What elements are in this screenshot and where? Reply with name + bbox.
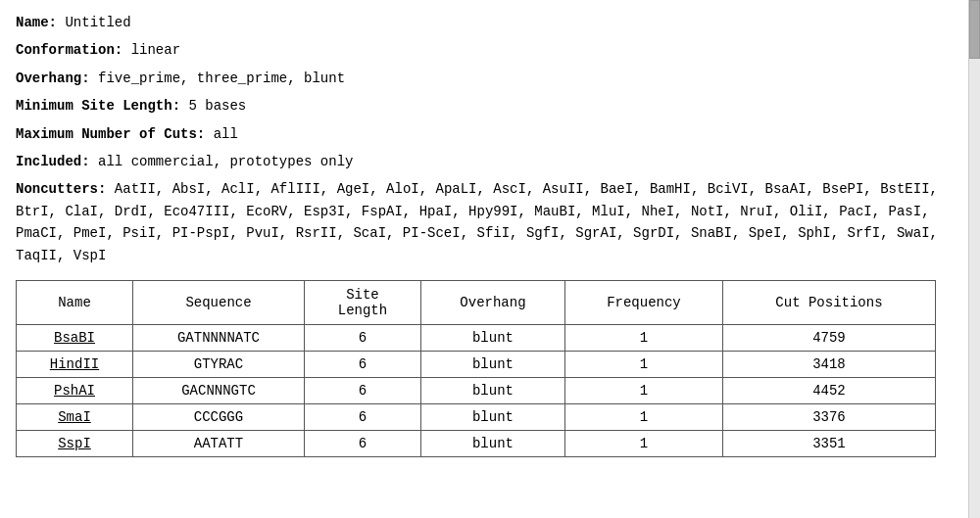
cell-site-length: 6 xyxy=(304,324,420,351)
cell-sequence: GTYRAC xyxy=(133,351,305,377)
max-cuts-label: Maximum Number of Cuts: xyxy=(16,126,205,142)
cell-name[interactable]: BsaBI xyxy=(17,324,133,351)
cell-name[interactable]: SmaI xyxy=(17,403,133,430)
col-header-sequence: Sequence xyxy=(133,280,305,324)
cell-cut-positions: 3376 xyxy=(722,403,935,430)
table-row: PshAIGACNNNGTC6blunt14452 xyxy=(17,377,936,403)
results-table: Name Sequence Site Length Overhang Frequ… xyxy=(16,280,936,457)
cell-name[interactable]: SspI xyxy=(17,430,133,456)
scrollbar-thumb[interactable] xyxy=(969,0,980,59)
conformation-label: Conformation: xyxy=(16,42,122,58)
cell-frequency: 1 xyxy=(564,403,722,430)
noncutters-label: Noncutters: xyxy=(16,181,106,197)
cell-site-length: 6 xyxy=(304,351,420,377)
col-header-site-length: Site Length xyxy=(304,280,420,324)
cell-cut-positions: 3418 xyxy=(722,351,935,377)
cell-site-length: 6 xyxy=(304,403,420,430)
col-header-frequency: Frequency xyxy=(564,280,722,324)
table-row: HindIIGTYRAC6blunt13418 xyxy=(17,351,936,377)
included-label: Included: xyxy=(16,154,90,169)
cell-sequence: AATATT xyxy=(133,430,305,456)
name-label: Name: xyxy=(16,15,57,30)
cell-frequency: 1 xyxy=(564,324,722,351)
table-row: SmaICCCGGG6blunt13376 xyxy=(17,403,936,430)
cell-sequence: CCCGGG xyxy=(133,403,305,430)
overhang-field: Overhang: five_prime, three_prime, blunt xyxy=(16,68,964,89)
cell-sequence: GATNNNNATC xyxy=(133,324,305,351)
conformation-value: linear xyxy=(131,42,180,58)
col-header-cut-positions: Cut Positions xyxy=(722,280,935,324)
scrollbar[interactable] xyxy=(968,0,980,518)
table-row: SspIAATATT6blunt13351 xyxy=(17,430,936,456)
noncutters-field: Noncutters: AatII, AbsI, AclI, AflIII, A… xyxy=(16,178,964,266)
max-cuts-field: Maximum Number of Cuts: all xyxy=(16,123,964,145)
min-site-label: Minimum Site Length: xyxy=(16,98,180,114)
cell-overhang: blunt xyxy=(420,430,564,456)
included-field: Included: all commercial, prototypes onl… xyxy=(16,151,964,172)
cell-overhang: blunt xyxy=(420,351,564,377)
cell-cut-positions: 3351 xyxy=(722,430,935,456)
col-header-overhang: Overhang xyxy=(420,280,564,324)
included-value: all commercial, prototypes only xyxy=(98,154,353,169)
name-value: Untitled xyxy=(65,15,130,30)
cell-site-length: 6 xyxy=(304,377,420,403)
conformation-field: Conformation: linear xyxy=(16,39,964,61)
min-site-field: Minimum Site Length: 5 bases xyxy=(16,95,964,117)
table-header-row: Name Sequence Site Length Overhang Frequ… xyxy=(17,280,936,324)
noncutters-value: AatII, AbsI, AclI, AflIII, AgeI, AloI, A… xyxy=(16,181,938,262)
cell-overhang: blunt xyxy=(420,324,564,351)
cell-sequence: GACNNNGTC xyxy=(133,377,305,403)
cell-name[interactable]: HindII xyxy=(17,351,133,377)
col-header-name: Name xyxy=(17,280,133,324)
min-site-value: 5 bases xyxy=(188,98,246,114)
cell-frequency: 1 xyxy=(564,351,722,377)
overhang-label: Overhang: xyxy=(16,71,90,86)
cell-overhang: blunt xyxy=(420,377,564,403)
cell-frequency: 1 xyxy=(564,430,722,456)
max-cuts-value: all xyxy=(214,126,238,142)
cell-overhang: blunt xyxy=(420,403,564,430)
cell-name[interactable]: PshAI xyxy=(17,377,133,403)
cell-frequency: 1 xyxy=(564,377,722,403)
overhang-value: five_prime, three_prime, blunt xyxy=(98,71,345,86)
cell-site-length: 6 xyxy=(304,430,420,456)
cell-cut-positions: 4452 xyxy=(722,377,935,403)
table-row: BsaBIGATNNNNATC6blunt14759 xyxy=(17,324,936,351)
name-field: Name: Untitled xyxy=(16,12,964,33)
cell-cut-positions: 4759 xyxy=(722,324,935,351)
